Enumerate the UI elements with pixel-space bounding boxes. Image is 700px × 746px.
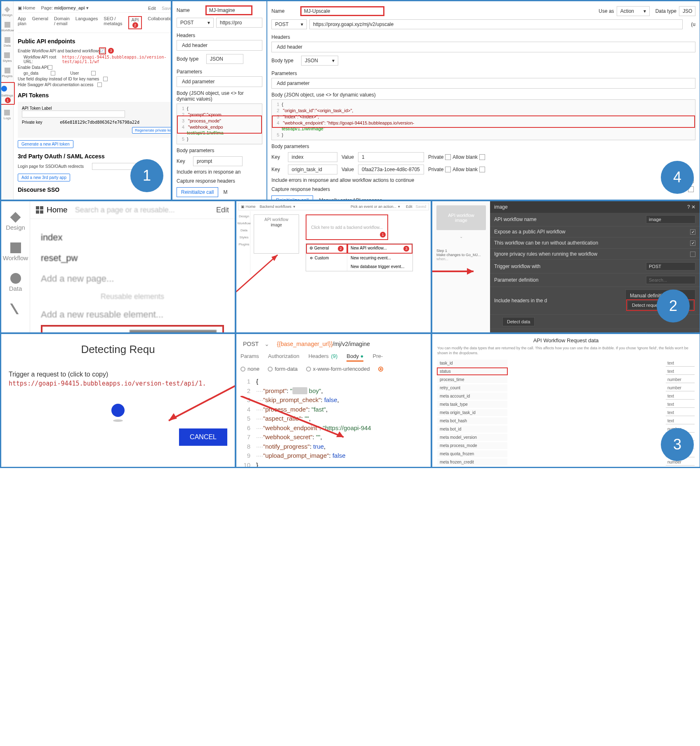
step-badge-2: 2 xyxy=(132,22,138,28)
add-reusable[interactable]: Add a new reusable element... xyxy=(41,304,224,325)
checkbox-no-auth[interactable] xyxy=(690,240,695,246)
diagram-badge-2: 2 xyxy=(657,289,690,322)
private-key: e66e818129c7dbd806362fe76798a22d xyxy=(60,120,139,125)
bodytype-select[interactable]: JSON xyxy=(206,54,243,64)
field-name: meta bot_id xyxy=(437,426,507,433)
field-type-select[interactable]: text xyxy=(666,409,695,416)
reinitialize-button[interactable]: Reinitialize call xyxy=(177,187,218,197)
add-page[interactable]: Add a new page... xyxy=(41,268,224,289)
field-name: meta model_version xyxy=(437,434,507,441)
generate-new-token-button[interactable]: Generate a new API token xyxy=(18,140,73,148)
diagram-badge-4: 4 xyxy=(661,161,694,194)
topbar: ▣ Home Page: midjorney_api ▾ Edit Saved xyxy=(18,4,172,13)
body-json-editor[interactable]: 1{ 2 "origin_task_id":"<origin_task_id>"… xyxy=(271,99,695,140)
field-name: meta frozen_credit xyxy=(437,459,507,466)
design-icon xyxy=(10,212,21,223)
panel-postman-request: POST ⌄ {{base_manager_url}}/mj/v2/imagin… xyxy=(236,333,431,468)
request-body-editor[interactable]: 1{ 2····"prompt": "▮▮▮▮ boy", 3····"skip… xyxy=(240,375,427,468)
add-header-button[interactable]: Add header xyxy=(177,40,262,51)
styles-icon xyxy=(10,304,21,314)
workflow-type-menu: ⚙ General2New API workflow...3 ⭘ CustomN… xyxy=(306,243,413,271)
gear-icon xyxy=(1,86,7,92)
diagram-badge-1: 1 xyxy=(130,159,163,192)
field-row: meta frozen_creditnumber xyxy=(437,459,695,466)
workflow-card[interactable]: API workflowimage xyxy=(436,205,486,230)
step-badge-1: 1 xyxy=(380,232,386,238)
add-backend-workflow[interactable]: Click here to add a backend workflow...1 xyxy=(306,214,388,240)
field-name: process_time xyxy=(437,376,507,383)
see-reference-button[interactable]: ?See reference → xyxy=(130,330,217,333)
field-type-select[interactable]: number xyxy=(666,377,695,383)
field-type-select[interactable]: number xyxy=(666,385,695,391)
url-input[interactable]: https://pro xyxy=(216,18,262,28)
step-badge-3: 3 xyxy=(108,48,114,54)
field-row: task_idtext xyxy=(437,360,695,367)
page-item[interactable]: index xyxy=(41,227,224,248)
cancel-button[interactable]: CANCEL xyxy=(179,428,227,446)
field-type-select[interactable]: text xyxy=(666,401,695,408)
field-row: meta bot_hashtext xyxy=(437,417,695,424)
home-button[interactable]: Home xyxy=(36,205,68,214)
menu-new-api-workflow[interactable]: New API workflow...3 xyxy=(347,244,412,254)
editor-sidenav: Design Workflow Data xyxy=(1,201,30,332)
workflow-card[interactable]: API workflow image xyxy=(254,214,299,254)
home-icon[interactable]: ▣ Home xyxy=(241,205,256,209)
svg-marker-5 xyxy=(169,413,177,421)
panel-add-workflow: ▣ Home Backend workflows▾ Pick an event … xyxy=(236,200,431,333)
body-json-editor[interactable]: 1{ 2 "prompt":"<prom 3 "process_mode" 4 … xyxy=(177,104,262,144)
field-name: meta task_type xyxy=(437,401,507,408)
method-select[interactable]: POST ▾ xyxy=(271,19,307,29)
panel-workflow-settings: API workflowimage ⌄ Step 1Make changes t… xyxy=(431,200,700,333)
chevron-down-icon[interactable]: ⌄ xyxy=(264,341,269,347)
api-name-imagine[interactable]: MJ-Imagine xyxy=(206,6,252,14)
checkbox-expose-public[interactable] xyxy=(690,229,695,235)
add-header-button[interactable]: Add header xyxy=(271,42,695,52)
add-parameter-button[interactable]: Add parameter xyxy=(271,78,695,89)
close-icon[interactable]: ✕ xyxy=(691,204,695,210)
sidenav-settings[interactable]: Settings1 xyxy=(0,82,15,105)
field-type-select[interactable]: text xyxy=(666,418,695,424)
tab-api[interactable]: API2 xyxy=(128,16,142,29)
field-name: meta origin_task_id xyxy=(437,409,507,416)
method-select[interactable]: POST xyxy=(243,341,259,347)
heading-public-api: Public API endpoints xyxy=(18,38,172,45)
bodytype-select[interactable]: JSON ▾ xyxy=(301,56,338,66)
field-row: process_timenumber xyxy=(437,376,695,383)
field-type-select[interactable]: text xyxy=(666,368,695,375)
field-row: statustext xyxy=(437,368,695,375)
checkbox-enable-workflow-api[interactable]: ✓ xyxy=(100,49,105,53)
field-name: retry_count xyxy=(437,384,507,391)
workflow-name-input[interactable] xyxy=(646,215,695,224)
add-3rd-party-button[interactable]: Add a new 3rd party app xyxy=(18,174,70,181)
backend-workflows-item[interactable]: Backend workflows?See reference → xyxy=(41,325,224,333)
home-icon[interactable]: ▣ Home xyxy=(18,5,35,11)
field-name: meta bot_hash xyxy=(437,417,507,424)
api-name-upscale[interactable]: MJ-Upscale xyxy=(301,7,384,15)
reinitialize-button[interactable]: Reinitialize call xyxy=(271,195,313,200)
help-icon[interactable]: ? xyxy=(687,204,690,210)
request-url-bar[interactable]: POST ⌄ {{base_manager_url}}/mj/v2/imagin… xyxy=(240,337,427,351)
panel-api-connector: NameMJ-Imagine POST ▾https://pro Headers… xyxy=(172,0,700,200)
page-item[interactable]: reset_pw xyxy=(41,248,224,268)
field-name: meta account_id xyxy=(437,393,507,400)
api-token-label-input[interactable] xyxy=(22,111,125,118)
field-row: meta account_idtext xyxy=(437,393,695,400)
field-name: meta process_mode xyxy=(437,442,507,449)
tab-body[interactable]: Body ● xyxy=(346,353,363,362)
checkbox-enable-data-api[interactable] xyxy=(48,65,52,70)
url-input[interactable]: https://proxy.goapi.xyz/mj/v2/upscale xyxy=(309,19,683,29)
data-icon xyxy=(10,273,21,284)
panel-detecting-request: Detecting Requ Trigger a request to (cli… xyxy=(0,333,236,468)
modal-title: Detecting Requ xyxy=(9,343,227,356)
trigger-url[interactable]: https://goapi-94415.bubbleapps.io/versio… xyxy=(9,380,227,387)
regenerate-key-button[interactable]: Regenerate private key xyxy=(132,127,172,134)
add-parameter-button[interactable]: Add parameter xyxy=(177,76,262,87)
field-row: meta bot_idnumber xyxy=(437,426,695,433)
page-search-input[interactable]: Search a page or a reusable... xyxy=(75,206,209,214)
field-type-select[interactable]: text xyxy=(666,393,695,400)
method-select[interactable]: POST ▾ xyxy=(177,18,214,28)
diagram-badge-3: 3 xyxy=(661,428,694,461)
detect-data-button[interactable]: Detect data xyxy=(502,317,535,326)
panel-api-settings: Design Workflow Data Styles Plugins Sett… xyxy=(0,0,172,200)
field-type-select[interactable]: text xyxy=(666,360,695,367)
